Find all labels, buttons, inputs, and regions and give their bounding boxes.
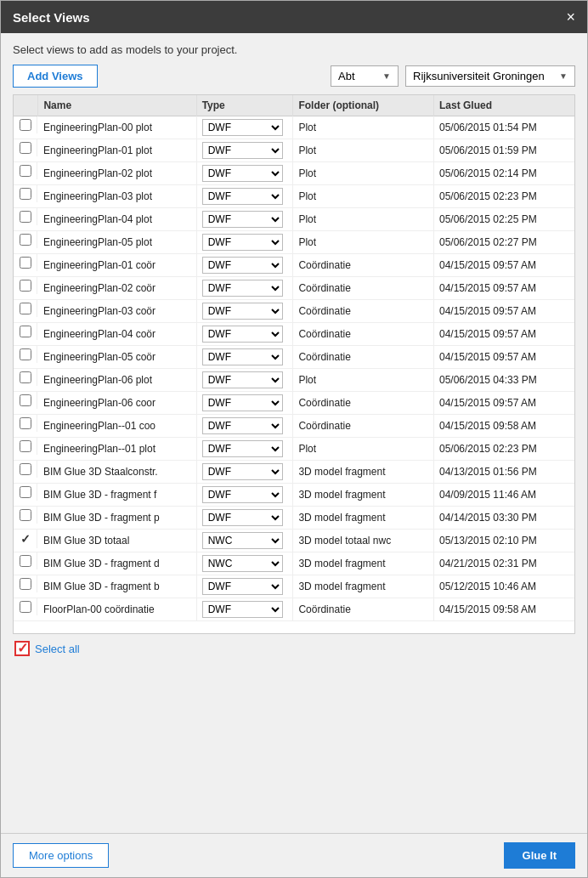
row-type-select[interactable]: DWFNWCIFCRVT: [202, 234, 283, 251]
row-last-glued: 04/15/2015 09:57 AM: [433, 254, 574, 277]
row-folder: Plot: [293, 162, 434, 185]
row-type-select[interactable]: DWFNWCIFCRVT: [202, 165, 283, 182]
row-folder: Plot: [293, 139, 434, 162]
row-checkbox-cell: [14, 277, 37, 294]
row-checkbox[interactable]: [20, 142, 31, 154]
row-type-select[interactable]: DWFNWCIFCRVT: [202, 578, 283, 595]
row-type-select[interactable]: DWFNWCIFCRVT: [202, 509, 283, 526]
row-type-cell: DWFNWCIFCRVT: [196, 185, 293, 208]
row-checkbox[interactable]: [20, 280, 31, 292]
row-checkbox[interactable]: [20, 486, 31, 498]
row-type-cell: DWFNWCIFCRVT: [196, 139, 293, 162]
row-type-cell: DWFNWCIFCRVT: [196, 277, 293, 300]
row-type-select[interactable]: DWFNWCIFCRVT: [202, 280, 283, 297]
row-checkbox-cell: [14, 507, 37, 524]
row-folder: Coördinatie: [293, 254, 434, 277]
row-last-glued: 05/06/2015 02:23 PM: [433, 438, 574, 461]
row-type-select[interactable]: DWFNWCIFCRVT: [202, 142, 283, 159]
row-type-select[interactable]: DWFNWCIFCRVT: [202, 211, 283, 228]
row-checkbox[interactable]: [20, 348, 31, 360]
row-type-select[interactable]: DWFNWCIFCRVT: [202, 394, 283, 411]
row-checkbox[interactable]: [20, 119, 31, 131]
row-checked-mark[interactable]: ✓: [20, 532, 31, 546]
row-checkbox-cell: [14, 598, 37, 615]
row-folder: Coördinatie: [293, 277, 434, 300]
row-checkbox-cell: [14, 575, 37, 592]
select-views-dialog: Select Views × Select views to add as mo…: [0, 0, 588, 878]
row-checkbox[interactable]: [20, 371, 31, 383]
row-checkbox-cell: [14, 116, 37, 133]
row-name: BIM Glue 3D - fragment d: [38, 552, 196, 575]
row-checkbox[interactable]: [20, 463, 31, 475]
row-checkbox[interactable]: [20, 165, 31, 177]
header-name: Name: [38, 95, 196, 116]
row-checkbox[interactable]: [20, 188, 31, 200]
row-type-select[interactable]: DWFNWCIFCRVT: [202, 371, 283, 388]
row-type-cell: DWFNWCIFCRVT: [196, 438, 293, 461]
row-type-select[interactable]: DWFNWCIFCRVT: [202, 532, 283, 549]
row-last-glued: 04/15/2015 09:57 AM: [433, 323, 574, 346]
row-checkbox[interactable]: [20, 578, 31, 590]
table-row: BIM Glue 3D - fragment dDWFNWCIFCRVT3D m…: [14, 552, 574, 575]
university-dropdown[interactable]: Rijksuniversiteit Groningen ▼: [405, 65, 575, 87]
row-checkbox[interactable]: [20, 417, 31, 429]
row-checkbox[interactable]: [20, 440, 31, 452]
row-folder: Plot: [293, 208, 434, 231]
row-folder: Plot: [293, 116, 434, 139]
row-name: EngineeringPlan--01 coo: [38, 415, 196, 438]
close-button[interactable]: ×: [566, 9, 575, 25]
row-checkbox-cell: [14, 254, 37, 271]
table-row: EngineeringPlan-06 plotDWFNWCIFCRVTPlot0…: [14, 369, 574, 392]
row-name: EngineeringPlan--01 plot: [38, 438, 196, 461]
row-last-glued: 04/09/2015 11:46 AM: [433, 484, 574, 507]
row-type-select[interactable]: DWFNWCIFCRVT: [202, 417, 283, 434]
row-checkbox-cell: [14, 162, 37, 179]
row-type-cell: DWFNWCIFCRVT: [196, 116, 293, 139]
row-checkbox[interactable]: [20, 303, 31, 314]
row-type-select[interactable]: DWFNWCIFCRVT: [202, 257, 283, 274]
row-type-select[interactable]: DWFNWCIFCRVT: [202, 326, 283, 343]
row-name: BIM Glue 3D - fragment p: [38, 507, 196, 530]
row-checkbox-cell: [14, 346, 37, 363]
row-checkbox[interactable]: [20, 555, 31, 567]
row-type-select[interactable]: DWFNWCIFCRVT: [202, 119, 283, 136]
row-type-select[interactable]: DWFNWCIFCRVT: [202, 303, 283, 320]
row-type-cell: DWFNWCIFCRVT: [196, 162, 293, 185]
abt-dropdown[interactable]: Abt ▼: [331, 65, 399, 87]
row-checkbox-cell: [14, 369, 37, 386]
row-name: BIM Glue 3D - fragment b: [38, 575, 196, 598]
row-last-glued: 05/06/2015 02:25 PM: [433, 208, 574, 231]
row-type-select[interactable]: DWFNWCIFCRVT: [202, 463, 283, 480]
table-row: BIM Glue 3D - fragment bDWFNWCIFCRVT3D m…: [14, 575, 574, 598]
row-type-select[interactable]: DWFNWCIFCRVT: [202, 555, 283, 572]
row-name: BIM Glue 3D Staalconstr.: [38, 461, 196, 484]
row-type-select[interactable]: DWFNWCIFCRVT: [202, 601, 283, 618]
glue-it-button[interactable]: Glue It: [504, 842, 575, 869]
row-type-select[interactable]: DWFNWCIFCRVT: [202, 486, 283, 503]
row-type-select[interactable]: DWFNWCIFCRVT: [202, 440, 283, 457]
row-checkbox[interactable]: [20, 394, 31, 406]
table-body: EngineeringPlan-00 plotDWFNWCIFCRVTPlot0…: [14, 116, 574, 621]
row-name: EngineeringPlan-04 plot: [38, 208, 196, 231]
row-folder: Coördinatie: [293, 346, 434, 369]
row-name: EngineeringPlan-00 plot: [38, 116, 196, 139]
row-checkbox[interactable]: [20, 257, 31, 269]
select-all-checkbox[interactable]: [14, 641, 30, 656]
row-type-select[interactable]: DWFNWCIFCRVT: [202, 188, 283, 205]
table-header: Name Type Folder (optional) Last Glued: [14, 95, 574, 116]
row-checkbox[interactable]: [20, 234, 31, 246]
row-checkbox-cell: [14, 300, 37, 317]
more-options-button[interactable]: More options: [13, 843, 109, 868]
row-checkbox[interactable]: [20, 211, 31, 223]
row-name: BIM Glue 3D - fragment f: [38, 484, 196, 507]
row-type-select[interactable]: DWFNWCIFCRVT: [202, 348, 283, 365]
empty-space: [13, 663, 575, 833]
row-checkbox[interactable]: [20, 601, 31, 613]
row-name: EngineeringPlan-04 coör: [38, 323, 196, 346]
add-views-button[interactable]: Add Views: [13, 65, 98, 88]
row-checkbox[interactable]: [20, 509, 31, 521]
row-checkbox[interactable]: [20, 326, 31, 337]
select-all-label[interactable]: Select all: [35, 643, 80, 655]
row-name: EngineeringPlan-06 coor: [38, 392, 196, 415]
row-checkbox-cell: [14, 552, 37, 569]
